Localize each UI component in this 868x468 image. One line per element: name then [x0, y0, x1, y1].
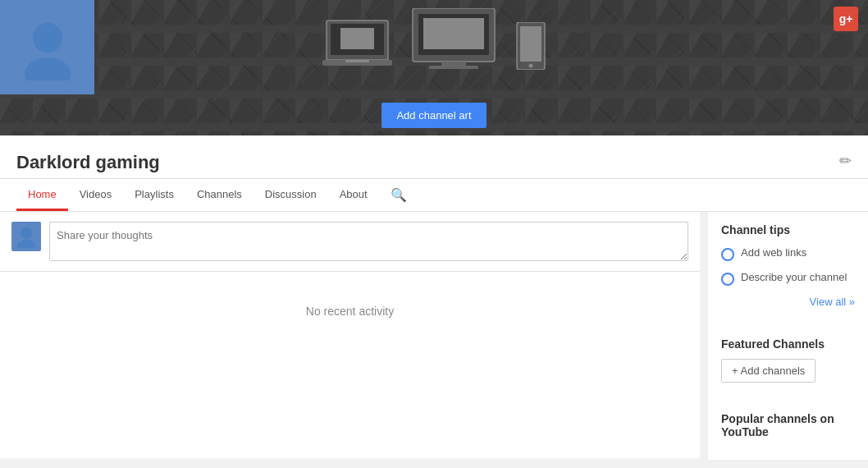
view-all-link[interactable]: View all »: [721, 296, 855, 308]
svg-point-16: [17, 240, 35, 248]
tab-channels[interactable]: Channels: [185, 180, 254, 211]
monitor-icon: [409, 8, 499, 70]
tab-home[interactable]: Home: [16, 180, 68, 211]
tip-describe-channel: Describe your channel: [721, 271, 855, 286]
channel-name: Darklord gaming: [16, 144, 160, 178]
tab-discussion[interactable]: Discussion: [254, 180, 328, 211]
popular-channels-title: Popular channels on YouTube: [721, 412, 855, 438]
tab-videos[interactable]: Videos: [68, 180, 124, 211]
tab-about[interactable]: About: [328, 180, 379, 211]
channel-tips-section: Channel tips Add web links Describe your…: [708, 212, 868, 319]
main-layout: No recent activity Channel tips Add web …: [0, 212, 868, 460]
channel-avatar: [0, 0, 94, 94]
svg-rect-10: [441, 62, 466, 66]
content-area: No recent activity: [0, 212, 700, 458]
post-box: [0, 212, 700, 272]
search-tab-icon[interactable]: 🔍: [379, 179, 418, 211]
no-activity-label: No recent activity: [0, 272, 700, 351]
svg-point-0: [33, 23, 62, 53]
post-textarea[interactable]: [49, 222, 688, 261]
laptop-icon: [322, 16, 392, 70]
tip-radio-1: [721, 248, 734, 261]
tip-label-2: Describe your channel: [741, 271, 847, 283]
svg-point-15: [21, 227, 32, 239]
svg-rect-13: [520, 26, 541, 62]
sidebar: Channel tips Add web links Describe your…: [708, 212, 868, 460]
banner-devices: [322, 8, 546, 70]
user-avatar-small: [11, 222, 41, 251]
tip-radio-2: [721, 273, 734, 286]
svg-rect-11: [429, 66, 478, 69]
svg-rect-6: [345, 60, 369, 62]
tab-playlists[interactable]: Playlists: [123, 180, 185, 211]
tablet-icon: [515, 22, 546, 70]
svg-rect-9: [423, 18, 484, 49]
featured-channels-section: Featured Channels + Add channels: [708, 326, 868, 394]
add-channels-button[interactable]: + Add channels: [721, 359, 815, 383]
svg-point-14: [528, 63, 532, 67]
svg-rect-4: [340, 28, 374, 49]
tip-label-1: Add web links: [741, 246, 806, 259]
featured-channels-title: Featured Channels: [721, 337, 855, 351]
popular-channels-section: Popular channels on YouTube: [708, 401, 868, 453]
svg-point-1: [25, 57, 71, 80]
gplus-icon[interactable]: g+: [834, 7, 858, 31]
edit-icon[interactable]: ✏: [839, 152, 852, 170]
channel-info-bar: Darklord gaming ✏: [0, 135, 868, 179]
channel-tips-title: Channel tips: [721, 223, 855, 236]
nav-tabs: Home Videos Playlists Channels Discussio…: [0, 179, 868, 212]
add-channel-art-button[interactable]: Add channel art: [381, 103, 486, 128]
channel-banner: Add channel art g+: [0, 0, 868, 135]
banner-center: Add channel art: [322, 8, 546, 128]
tip-add-web-links: Add web links: [721, 246, 855, 261]
